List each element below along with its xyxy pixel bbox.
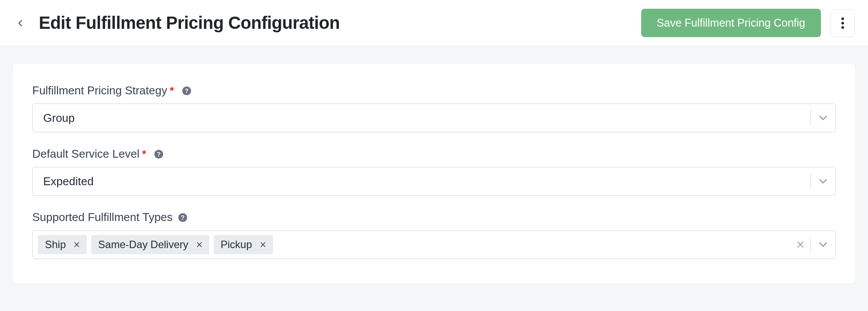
required-indicator: * bbox=[170, 85, 174, 97]
tag-remove-button[interactable] bbox=[258, 240, 268, 249]
chevron-down-icon bbox=[811, 240, 835, 249]
page-title: Edit Fulfillment Pricing Configuration bbox=[39, 13, 340, 33]
more-actions-button[interactable] bbox=[830, 9, 855, 37]
tag-ship: Ship bbox=[38, 235, 87, 254]
field-label-row: Supported Fulfillment Types ? bbox=[32, 211, 836, 224]
tag-remove-button[interactable] bbox=[195, 240, 204, 249]
field-label-row: Default Service Level * ? bbox=[32, 147, 836, 161]
service-level-label: Default Service Level bbox=[32, 147, 140, 161]
field-fulfillment-types: Supported Fulfillment Types ? Ship Same-… bbox=[32, 211, 836, 259]
tags-container: Ship Same-Day Delivery Pickup bbox=[38, 235, 790, 254]
tag-remove-button[interactable] bbox=[72, 240, 82, 249]
close-icon bbox=[260, 242, 266, 248]
pricing-strategy-select[interactable]: Group bbox=[32, 104, 836, 132]
svg-point-1 bbox=[841, 22, 844, 24]
fulfillment-types-multiselect[interactable]: Ship Same-Day Delivery Pickup bbox=[32, 230, 836, 259]
field-label-row: Fulfillment Pricing Strategy * ? bbox=[32, 84, 836, 97]
tag-pickup: Pickup bbox=[214, 235, 273, 254]
svg-text:?: ? bbox=[181, 214, 185, 221]
tag-label: Ship bbox=[45, 238, 66, 251]
chevron-down-icon bbox=[811, 113, 835, 123]
question-circle-icon: ? bbox=[178, 213, 188, 222]
svg-text:?: ? bbox=[157, 151, 161, 157]
close-icon bbox=[196, 242, 202, 248]
topbar: Edit Fulfillment Pricing Configuration S… bbox=[0, 0, 868, 46]
service-level-select[interactable]: Expedited bbox=[32, 167, 836, 196]
close-icon bbox=[796, 241, 804, 249]
close-icon bbox=[74, 242, 80, 248]
multiselect-controls bbox=[790, 237, 835, 252]
form-card: Fulfillment Pricing Strategy * ? Group D… bbox=[13, 64, 855, 283]
service-level-value: Expedited bbox=[33, 175, 810, 188]
help-icon[interactable]: ? bbox=[178, 213, 188, 222]
question-circle-icon: ? bbox=[154, 149, 164, 159]
tag-label: Pickup bbox=[221, 238, 252, 251]
required-indicator: * bbox=[142, 148, 146, 160]
field-pricing-strategy: Fulfillment Pricing Strategy * ? Group bbox=[32, 84, 836, 132]
tag-label: Same-Day Delivery bbox=[98, 238, 188, 251]
field-service-level: Default Service Level * ? Expedited bbox=[32, 147, 836, 196]
chevron-down-icon bbox=[811, 176, 835, 186]
save-button[interactable]: Save Fulfillment Pricing Config bbox=[641, 9, 821, 37]
clear-all-button[interactable] bbox=[790, 241, 810, 249]
pricing-strategy-value: Group bbox=[33, 111, 810, 125]
tag-same-day-delivery: Same-Day Delivery bbox=[91, 235, 209, 254]
content: Fulfillment Pricing Strategy * ? Group D… bbox=[0, 46, 868, 301]
back-button[interactable] bbox=[11, 14, 30, 33]
svg-point-0 bbox=[841, 17, 844, 20]
fulfillment-types-label: Supported Fulfillment Types bbox=[32, 211, 173, 224]
chevron-left-icon bbox=[17, 17, 24, 30]
svg-text:?: ? bbox=[185, 87, 188, 94]
svg-point-2 bbox=[841, 26, 844, 29]
help-icon[interactable]: ? bbox=[182, 86, 191, 96]
kebab-icon bbox=[841, 17, 844, 29]
question-circle-icon: ? bbox=[182, 86, 191, 96]
pricing-strategy-label: Fulfillment Pricing Strategy bbox=[32, 84, 167, 97]
help-icon[interactable]: ? bbox=[154, 149, 164, 159]
